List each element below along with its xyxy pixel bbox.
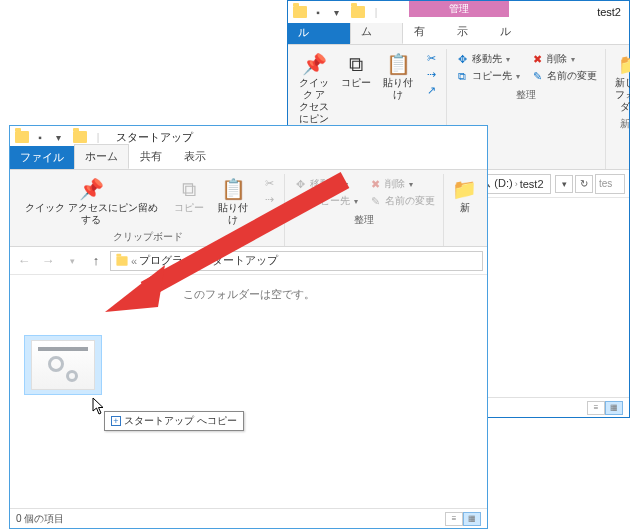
tab-home[interactable]: ホーム — [74, 144, 129, 169]
copy-button[interactable]: ⧉ コピー — [336, 49, 376, 91]
nav-back-button[interactable]: ← — [14, 253, 34, 268]
paste-button[interactable]: 📋 貼り付け — [378, 49, 418, 103]
qat-dropdown-icon[interactable]: ▾ — [328, 4, 344, 20]
crumb-startup[interactable]: スタートアップ — [201, 253, 278, 268]
folder-icon — [116, 256, 127, 266]
folder-icon — [14, 129, 30, 145]
group-label: 新規 — [620, 115, 630, 133]
group-organize: ✥移動先▾ ⧉コピー先▾ ✖削除▾ ✎名前の変更 整理 — [285, 174, 444, 246]
window-title: test2 — [589, 6, 629, 18]
view-details-button[interactable]: ≡ — [587, 401, 605, 415]
address-bar: ← → ▾ ↑ « プログラム › スタートアップ — [10, 247, 487, 275]
shortcut-icon: ↗ — [262, 209, 276, 222]
folder-icon — [72, 129, 88, 145]
new-folder-icon: 📁 — [452, 176, 477, 202]
view-large-icons-button[interactable]: ▦ — [463, 512, 481, 526]
move-icon: ✥ — [293, 178, 307, 191]
rename-icon: ✎ — [368, 195, 382, 208]
ribbon-tabs: ファイル ホーム 共有 表示 アプリケーション ツール — [288, 23, 629, 45]
tab-file[interactable]: ファイル — [10, 146, 74, 169]
empty-folder-message: このフォルダーは空です。 — [10, 287, 487, 302]
move-icon: ✥ — [455, 53, 469, 66]
item-count: 0 個の項目 — [16, 512, 64, 526]
group-clipboard: 📌 クイック アクセスにピン留めする ⧉ コピー 📋 貼り付け ✂ ⇢ ↗ クリ… — [12, 174, 285, 246]
group-new: 📁 新しいフォルダー 新規 — [606, 49, 630, 169]
pin-to-quick-access-button[interactable]: 📌 クイック アクセスにピン留めする — [16, 174, 167, 228]
copy-to-icon: ⧉ — [455, 70, 469, 83]
new-folder-icon: 📁 — [618, 51, 631, 77]
delete-button: ✖削除▾ — [366, 176, 437, 192]
paste-button[interactable]: 📋 貼り付け — [211, 174, 256, 228]
group-label: クリップボード — [113, 228, 183, 246]
copy-icon: ⧉ — [182, 176, 196, 202]
cut-icon: ✂ — [424, 52, 438, 65]
view-large-icons-button[interactable]: ▦ — [605, 401, 623, 415]
breadcrumb[interactable]: « プログラム › スタートアップ — [110, 251, 483, 271]
pin-icon: 📌 — [79, 176, 104, 202]
paste-shortcut-button[interactable]: ↗ — [422, 83, 440, 98]
path-icon: ⇢ — [424, 68, 438, 81]
status-bar: 0 個の項目 ≡ ▦ — [10, 508, 487, 528]
contextual-tab: 管理 — [409, 1, 509, 17]
copy-path-button: ⇢ — [260, 192, 278, 207]
copy-icon: ⧉ — [349, 51, 363, 77]
cut-button: ✂ — [260, 176, 278, 191]
nav-up-button[interactable]: ↑ — [86, 253, 106, 268]
rename-button: ✎名前の変更 — [366, 193, 437, 209]
search-input[interactable]: tes — [595, 174, 625, 194]
delete-button[interactable]: ✖削除▾ — [528, 51, 599, 67]
group-new-truncated: 📁 新 — [444, 174, 485, 246]
paste-icon: 📋 — [221, 176, 246, 202]
crumb-programs[interactable]: プログラム — [139, 253, 194, 268]
refresh-button[interactable]: ↻ — [575, 175, 593, 193]
delete-icon: ✖ — [530, 53, 544, 66]
rename-button[interactable]: ✎名前の変更 — [528, 68, 599, 84]
qat-divider-icon: ▪ — [310, 4, 326, 20]
copy-to-icon: ⧉ — [293, 195, 307, 208]
ribbon-tabs: ファイル ホーム 共有 表示 — [10, 148, 487, 170]
group-label: 整理 — [354, 211, 374, 229]
move-to-button[interactable]: ✥移動先▾ — [453, 51, 522, 67]
new-folder-button[interactable]: 📁 新 — [448, 174, 481, 216]
folder-icon — [292, 4, 308, 20]
pin-icon: 📌 — [302, 51, 327, 77]
refresh-button[interactable]: ▾ — [555, 175, 573, 193]
window-title: スタートアップ — [110, 130, 487, 145]
nav-forward-button[interactable]: → — [38, 253, 58, 268]
delete-icon: ✖ — [368, 178, 382, 191]
shortcut-icon: ↗ — [424, 84, 438, 97]
paste-shortcut-button[interactable]: ↗ — [260, 208, 278, 223]
drop-hint-tooltip: + スタートアップ へコピー — [104, 411, 244, 431]
explorer-window-target: ▪ ▾ | スタートアップ ファイル ホーム 共有 表示 📌 クイック アクセス… — [9, 125, 488, 529]
paste-icon: 📋 — [386, 51, 411, 77]
copy-path-button[interactable]: ⇢ — [422, 67, 440, 82]
path-icon: ⇢ — [262, 193, 276, 206]
folder-icon — [350, 4, 366, 20]
new-folder-button[interactable]: 📁 新しいフォルダー — [610, 49, 630, 115]
context-tab-header: 管理 — [409, 1, 509, 17]
qat-divider-icon: ▪ — [32, 129, 48, 145]
group-label: 整理 — [516, 86, 536, 104]
copy-to-button: ⧉コピー先▾ — [291, 193, 360, 209]
file-thumbnail — [31, 340, 95, 390]
qat-separator: | — [90, 129, 106, 145]
cut-icon: ✂ — [262, 177, 276, 190]
crumb-prefix: « — [131, 255, 137, 267]
crumb-folder[interactable]: test2 — [520, 178, 544, 190]
drop-hint-label: スタートアップ へコピー — [124, 414, 237, 428]
cut-button[interactable]: ✂ — [422, 51, 440, 66]
copy-button[interactable]: ⧉ コピー — [169, 174, 209, 216]
qat-dropdown-icon[interactable]: ▾ — [50, 129, 66, 145]
move-to-button: ✥移動先▾ — [291, 176, 360, 192]
tab-view[interactable]: 表示 — [173, 144, 217, 169]
drag-ghost — [24, 335, 102, 395]
view-details-button[interactable]: ≡ — [445, 512, 463, 526]
nav-recent-button[interactable]: ▾ — [62, 256, 82, 266]
plus-icon: + — [111, 416, 121, 426]
ribbon: 📌 クイック アクセスにピン留めする ⧉ コピー 📋 貼り付け ✂ ⇢ ↗ クリ… — [10, 170, 487, 247]
copy-to-button[interactable]: ⧉コピー先▾ — [453, 68, 522, 84]
tab-share[interactable]: 共有 — [129, 144, 173, 169]
file-list-pane[interactable]: このフォルダーは空です。 + スタートアップ へコピー 0 個の項目 ≡ — [10, 275, 487, 528]
rename-icon: ✎ — [530, 70, 544, 83]
qat-separator: | — [368, 4, 384, 20]
